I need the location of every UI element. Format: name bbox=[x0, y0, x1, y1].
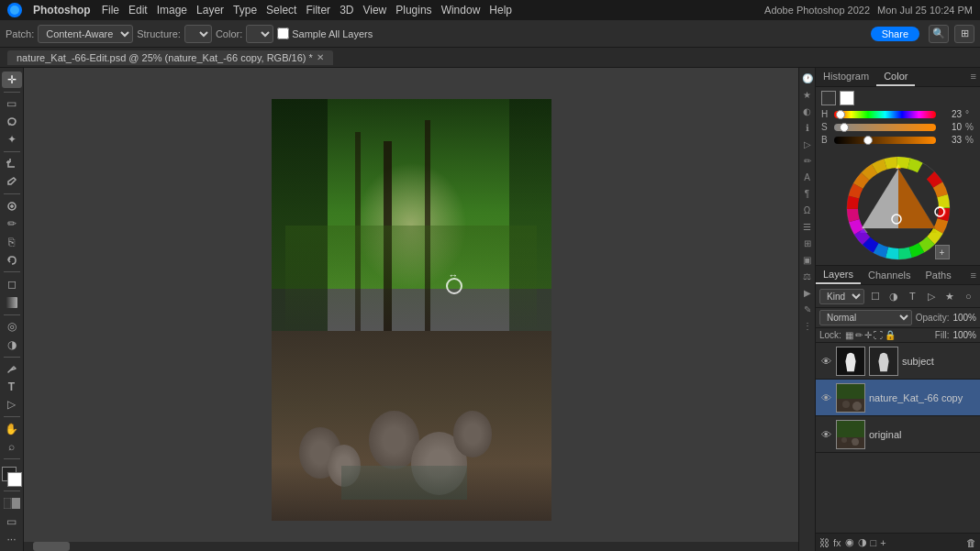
magic-wand-tool[interactable]: ✦ bbox=[2, 132, 22, 149]
canvas[interactable]: ↔ bbox=[272, 99, 551, 521]
move-tool[interactable]: ✛ bbox=[2, 72, 22, 88]
history-icon[interactable]: 🕐 bbox=[801, 72, 814, 84]
history-brush-tool[interactable] bbox=[2, 252, 22, 269]
tab-paths[interactable]: Paths bbox=[919, 267, 959, 283]
opacity-value[interactable]: 100% bbox=[952, 313, 976, 323]
layer-visibility-copy[interactable]: 👁 bbox=[819, 391, 832, 404]
add-layer-icon[interactable]: + bbox=[880, 537, 885, 548]
menu-image[interactable]: Image bbox=[157, 4, 187, 17]
extra-icon[interactable]: ⋮ bbox=[801, 319, 814, 332]
tab-layers[interactable]: Layers bbox=[816, 266, 861, 284]
add-style-icon[interactable]: fx bbox=[833, 537, 841, 548]
add-color-button[interactable]: + bbox=[935, 245, 950, 259]
menu-edit[interactable]: Edit bbox=[128, 4, 148, 17]
blur-tool[interactable]: ◎ bbox=[2, 318, 22, 335]
measurement-icon[interactable]: ⚖ bbox=[801, 270, 814, 282]
add-adjustment-icon[interactable]: ◑ bbox=[858, 536, 867, 548]
screen-mode-button[interactable]: ▭ bbox=[2, 513, 22, 530]
h-scrollbar[interactable] bbox=[24, 542, 798, 551]
layer-item-copy[interactable]: 👁 nature_Kat_-66 copy bbox=[816, 380, 980, 416]
healing-tool[interactable] bbox=[2, 198, 22, 215]
channels-mini-icon[interactable]: ⊞ bbox=[801, 237, 814, 249]
properties-icon[interactable]: ★ bbox=[801, 88, 814, 101]
link-layers-icon[interactable]: ⛓ bbox=[819, 537, 830, 548]
brush-preset-icon[interactable]: ✏ bbox=[801, 154, 814, 167]
menu-3d[interactable]: 3D bbox=[340, 4, 353, 17]
eyedropper-tool[interactable] bbox=[2, 174, 22, 191]
sample-all-layers-input[interactable] bbox=[277, 28, 289, 39]
structure-select[interactable]: 4 bbox=[184, 25, 212, 43]
add-mask-icon[interactable]: ◉ bbox=[845, 536, 854, 548]
lasso-tool[interactable] bbox=[2, 114, 22, 130]
layer-kind-select[interactable]: Kind bbox=[819, 289, 864, 304]
paragraph-icon[interactable]: ¶ bbox=[801, 187, 814, 200]
blend-mode-select[interactable]: Normal bbox=[819, 310, 912, 325]
menu-window[interactable]: Window bbox=[441, 4, 481, 17]
hue-thumb[interactable] bbox=[836, 110, 845, 119]
type-tool[interactable]: T bbox=[2, 379, 22, 395]
fg-swatch[interactable] bbox=[821, 91, 836, 105]
lock-paint-icon[interactable]: ✏ bbox=[855, 330, 863, 340]
type-filter-icon[interactable]: T bbox=[905, 288, 920, 304]
h-scroll-thumb[interactable] bbox=[33, 542, 70, 551]
info-icon[interactable]: ℹ bbox=[801, 121, 814, 134]
glyphs-icon[interactable]: Ω bbox=[801, 204, 814, 216]
delete-layer-icon[interactable]: 🗑 bbox=[966, 537, 976, 548]
gradient-tool[interactable] bbox=[2, 294, 22, 311]
lock-position-icon[interactable]: ✛ bbox=[864, 330, 872, 340]
quick-mask-tool[interactable] bbox=[2, 495, 22, 512]
filter-toggle-icon[interactable]: ○ bbox=[961, 288, 976, 304]
layer-item-subject[interactable]: 👁 subject bbox=[816, 343, 980, 380]
hue-track[interactable] bbox=[834, 111, 936, 118]
menu-filter[interactable]: Filter bbox=[306, 4, 330, 17]
sat-track[interactable] bbox=[834, 124, 936, 131]
bg-swatch[interactable] bbox=[840, 91, 854, 105]
pixel-filter-icon[interactable]: ☐ bbox=[867, 288, 883, 304]
libraries-icon[interactable]: ☰ bbox=[801, 220, 814, 233]
layer-visibility-subject[interactable]: 👁 bbox=[819, 355, 832, 368]
search-button[interactable]: 🔍 bbox=[929, 25, 949, 43]
fill-value[interactable]: 100% bbox=[952, 330, 976, 340]
lock-artboard-icon[interactable]: ⛶ bbox=[874, 330, 883, 340]
adjustment-filter-icon[interactable]: ◑ bbox=[885, 288, 901, 304]
tab-channels[interactable]: Channels bbox=[861, 267, 918, 283]
lock-transparent-icon[interactable]: ▦ bbox=[845, 330, 853, 340]
eraser-tool[interactable]: ◻ bbox=[2, 276, 22, 292]
background-color[interactable] bbox=[7, 472, 22, 487]
crop-tool[interactable] bbox=[2, 156, 22, 172]
shape-tool[interactable]: ▷ bbox=[2, 397, 22, 413]
more-tools-button[interactable]: ··· bbox=[2, 531, 22, 547]
lock-all-icon[interactable]: 🔒 bbox=[885, 330, 896, 340]
menu-file[interactable]: File bbox=[102, 4, 119, 17]
timeline-icon[interactable]: ▶ bbox=[801, 286, 814, 299]
menu-type[interactable]: Type bbox=[233, 4, 257, 17]
tab-color[interactable]: Color bbox=[876, 68, 915, 86]
add-group-icon[interactable]: □ bbox=[871, 537, 877, 548]
patch-select[interactable]: Content-Aware bbox=[38, 25, 133, 43]
3d-icon[interactable]: ▣ bbox=[801, 253, 814, 266]
brush-tool[interactable]: ✏ bbox=[2, 216, 22, 233]
layers-panel-options-icon[interactable]: ≡ bbox=[971, 270, 976, 281]
actions-icon[interactable]: ▷ bbox=[801, 138, 814, 150]
layer-visibility-original[interactable]: 👁 bbox=[819, 428, 832, 441]
notes-icon[interactable]: ✎ bbox=[801, 303, 814, 315]
adjustments-icon[interactable]: ◐ bbox=[801, 105, 814, 117]
menu-select[interactable]: Select bbox=[266, 4, 296, 17]
panel-options-icon[interactable]: ≡ bbox=[967, 68, 980, 86]
bri-thumb[interactable] bbox=[863, 136, 873, 145]
shape-filter-icon[interactable]: ▷ bbox=[923, 288, 939, 304]
sat-thumb[interactable] bbox=[840, 123, 849, 132]
pen-tool[interactable] bbox=[2, 360, 22, 377]
layer-item-original[interactable]: 👁 original bbox=[816, 416, 980, 453]
share-button[interactable]: Share bbox=[871, 27, 919, 41]
menu-view[interactable]: View bbox=[362, 4, 386, 17]
clone-tool[interactable]: ⎘ bbox=[2, 234, 22, 250]
color-select[interactable]: 0 bbox=[246, 25, 273, 43]
menu-help[interactable]: Help bbox=[489, 4, 512, 17]
workspace-button[interactable]: ⊞ bbox=[954, 25, 974, 43]
bri-track[interactable] bbox=[834, 137, 936, 144]
menu-plugins[interactable]: Plugins bbox=[395, 4, 431, 17]
tab-histogram[interactable]: Histogram bbox=[816, 68, 876, 86]
menu-layer[interactable]: Layer bbox=[196, 4, 224, 17]
smart-filter-icon[interactable]: ★ bbox=[941, 288, 957, 304]
